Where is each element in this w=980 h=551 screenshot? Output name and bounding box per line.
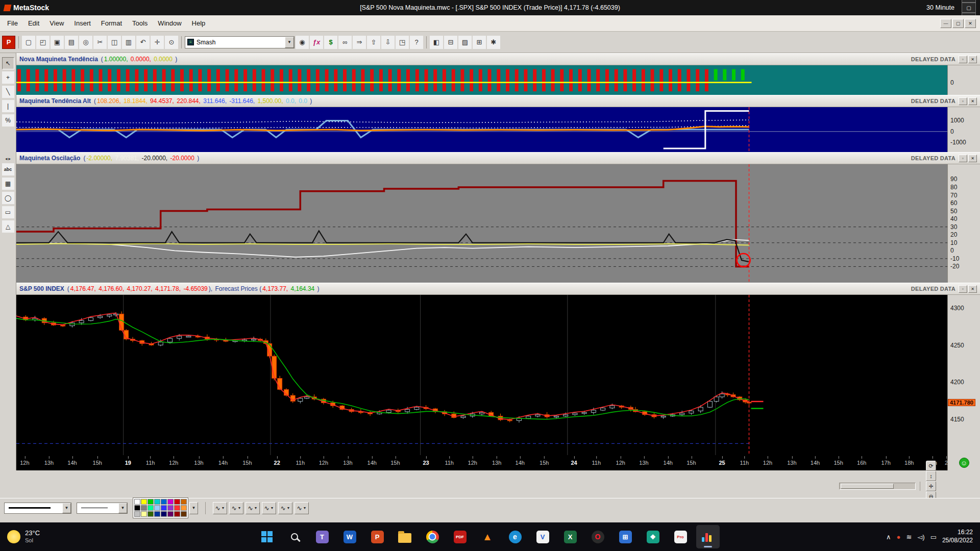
- crosshair-icon[interactable]: ✛: [151, 36, 164, 49]
- powerpoint-icon[interactable]: P: [365, 525, 389, 548]
- start-button[interactable]: [255, 525, 279, 548]
- chevron-down-icon[interactable]: ▼: [118, 503, 127, 513]
- tendencia-chart[interactable]: [16, 65, 947, 95]
- palette-color-swatch[interactable]: [141, 505, 147, 511]
- photos-icon[interactable]: ❖: [641, 525, 665, 548]
- excel-icon[interactable]: X: [558, 525, 582, 548]
- palette-color-swatch[interactable]: [154, 505, 160, 511]
- palette-color-swatch[interactable]: [161, 511, 167, 517]
- print-preview-icon[interactable]: ◎: [79, 36, 92, 49]
- vlc-icon[interactable]: ▲: [476, 525, 499, 548]
- menu-view[interactable]: View: [44, 17, 69, 29]
- palette-color-swatch[interactable]: [181, 511, 187, 517]
- opera-icon[interactable]: O: [586, 525, 609, 548]
- taskbar-clock[interactable]: 16:22 25/08/2022: [942, 529, 973, 544]
- forecaster-icon[interactable]: ⇒: [353, 36, 366, 49]
- oscilacao-chart[interactable]: [16, 164, 947, 283]
- panel-restore-button[interactable]: ▫: [959, 285, 967, 293]
- panel-restore-button[interactable]: ▫: [959, 56, 967, 63]
- pointer-tool[interactable]: ↖: [2, 57, 14, 69]
- crosshair-tool[interactable]: +: [2, 71, 14, 84]
- hidden-icons-chevron[interactable]: ∧: [886, 533, 891, 541]
- palette-color-swatch[interactable]: [174, 499, 180, 505]
- menu-help[interactable]: Help: [187, 17, 211, 29]
- palette-color-swatch[interactable]: [154, 499, 160, 505]
- palette-color-swatch[interactable]: [181, 505, 187, 511]
- palette-color-swatch[interactable]: [141, 511, 147, 517]
- search-button[interactable]: [283, 525, 306, 548]
- panel-close-button[interactable]: ✕: [968, 56, 977, 63]
- palette-color-swatch[interactable]: [181, 499, 187, 505]
- menu-format[interactable]: Format: [96, 17, 127, 29]
- upload-icon[interactable]: ⇧: [367, 36, 380, 49]
- expert-advisor-icon[interactable]: $: [324, 36, 337, 49]
- menu-tools[interactable]: Tools: [127, 17, 153, 29]
- palette-color-swatch[interactable]: [167, 499, 174, 505]
- zoom-icon[interactable]: ⊙: [165, 36, 178, 49]
- calculator-icon[interactable]: ⊞: [614, 525, 637, 548]
- menu-window[interactable]: Window: [153, 17, 186, 29]
- tile-vertical-icon[interactable]: ⊟: [444, 36, 457, 49]
- menu-insert[interactable]: Insert: [69, 17, 96, 29]
- menu-edit[interactable]: Edit: [23, 17, 44, 29]
- volume-icon[interactable]: ◅): [917, 533, 924, 541]
- palette-color-swatch[interactable]: [161, 505, 167, 511]
- options-gear-icon[interactable]: ✱: [487, 36, 500, 49]
- cascade-icon[interactable]: ▨: [458, 36, 472, 49]
- save-icon[interactable]: ▣: [51, 36, 64, 49]
- chart-zoom-icon[interactable]: ◳: [396, 36, 409, 49]
- tile-horizontal-icon[interactable]: ◧: [430, 36, 443, 49]
- chevron-down-icon[interactable]: ▼: [62, 503, 71, 513]
- palette-color-swatch[interactable]: [167, 511, 174, 517]
- chart-style-2-button[interactable]: ∿▼: [229, 502, 243, 514]
- file-explorer-icon[interactable]: [393, 525, 416, 548]
- triangle-tool[interactable]: △: [2, 220, 14, 233]
- mdi-restore-button[interactable]: ▢: [952, 19, 964, 28]
- trendline-tool[interactable]: ╲: [2, 86, 14, 98]
- teams-icon[interactable]: T: [310, 525, 334, 548]
- tendencia-alt-chart[interactable]: [16, 107, 947, 152]
- word-icon[interactable]: W: [338, 525, 361, 548]
- palette-color-swatch[interactable]: [167, 505, 174, 511]
- palette-color-swatch[interactable]: [148, 499, 154, 505]
- maximize-button[interactable]: ▢: [962, 3, 976, 13]
- panel-restore-button[interactable]: ▫: [959, 97, 967, 105]
- scroll-right-icon[interactable]: ▸: [9, 156, 11, 161]
- palette-color-swatch[interactable]: [148, 511, 154, 517]
- palette-color-swatch[interactable]: [141, 499, 147, 505]
- palette-color-swatch[interactable]: [154, 511, 160, 517]
- panel-restore-button[interactable]: ▫: [959, 155, 967, 162]
- palette-color-swatch[interactable]: [174, 511, 180, 517]
- pdf-icon[interactable]: PDF: [448, 525, 472, 548]
- ellipse-tool[interactable]: ◯: [2, 192, 14, 204]
- chart-style-5-button[interactable]: ∿▼: [278, 502, 292, 514]
- power-console-button[interactable]: P: [2, 36, 15, 49]
- print-icon[interactable]: ▤: [65, 36, 78, 49]
- palette-color-swatch[interactable]: [148, 505, 154, 511]
- cut-icon[interactable]: ✂: [93, 36, 107, 49]
- panel-close-button[interactable]: ✕: [968, 97, 977, 105]
- line-style-select[interactable]: ▼: [4, 503, 71, 514]
- grid-tool[interactable]: ▦: [2, 178, 14, 190]
- visual-studio-icon[interactable]: V: [531, 525, 554, 548]
- vertical-line-tool[interactable]: |: [2, 100, 14, 112]
- pro-app-icon[interactable]: Pro: [669, 525, 692, 548]
- new-chart-icon[interactable]: ▢: [22, 36, 35, 49]
- chevron-down-icon[interactable]: ▼: [189, 502, 198, 514]
- metastock-taskbar-icon[interactable]: [696, 525, 720, 548]
- menu-file[interactable]: File: [2, 17, 23, 29]
- line-weight-select[interactable]: ▼: [77, 503, 128, 514]
- copy-icon[interactable]: ◫: [108, 36, 121, 49]
- battery-icon[interactable]: ▭: [930, 533, 937, 541]
- notification-dot-icon[interactable]: ●: [897, 533, 901, 541]
- undo-icon[interactable]: ↶: [136, 36, 150, 49]
- mdi-close-button[interactable]: ✕: [965, 19, 976, 28]
- refresh-icon[interactable]: ⟳: [926, 461, 936, 471]
- instrument-select[interactable]: ≡ Smash ▼: [185, 36, 295, 48]
- panel-close-button[interactable]: ✕: [968, 155, 977, 162]
- chart-style-4-button[interactable]: ∿▼: [262, 502, 276, 514]
- paste-icon[interactable]: ▥: [122, 36, 135, 49]
- weather-widget[interactable]: 23°C Sol: [7, 529, 40, 544]
- horizontal-scrollbar[interactable]: [839, 483, 916, 490]
- sidebar-pager[interactable]: ◂▸: [5, 156, 11, 161]
